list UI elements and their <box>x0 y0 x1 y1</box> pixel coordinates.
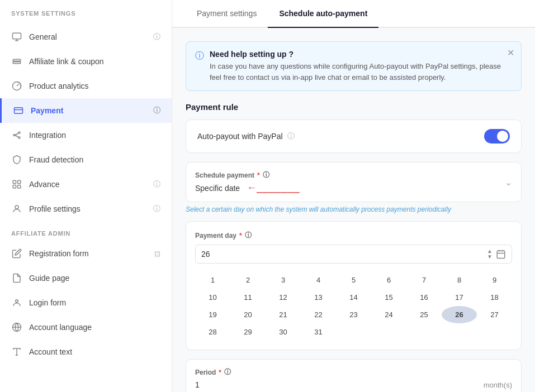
affiliate-admin-header: AFFILIATE ADMIN <box>0 221 172 241</box>
svg-rect-3 <box>13 59 21 61</box>
cal-day[interactable]: 13 <box>301 289 336 306</box>
cal-day[interactable]: 8 <box>442 271 477 289</box>
info-icon-period: ⓘ <box>224 367 231 377</box>
tab-schedule-auto-payment[interactable]: Schedule auto-payment <box>268 0 378 28</box>
auto-payout-toggle[interactable] <box>484 129 510 144</box>
schedule-payment-inner: Schedule payment * ⓘ Specific date ←⎯⎯⎯⎯… <box>186 162 521 202</box>
cal-day-selected[interactable]: 26 <box>442 306 477 323</box>
sidebar-item-payment[interactable]: Payment ⓘ <box>0 98 172 123</box>
banner-body: In case you have any questions while con… <box>210 61 512 83</box>
calendar-row-1: 1 2 3 4 5 6 7 8 9 <box>195 271 512 289</box>
svg-line-12 <box>15 135 18 137</box>
cal-day[interactable]: 15 <box>371 289 406 306</box>
period-row: 1 month(s) <box>195 380 512 389</box>
svg-point-17 <box>15 205 18 209</box>
svg-rect-23 <box>497 251 505 259</box>
sidebar-item-affiliate-link-coupon[interactable]: Affiliate link & coupon <box>0 49 172 74</box>
cal-day[interactable]: 21 <box>266 306 301 323</box>
sidebar-item-profile-settings[interactable]: Profile settings ⓘ <box>0 197 172 221</box>
info-icon-autopayout: ⓘ <box>287 131 295 141</box>
cal-day[interactable]: 4 <box>301 271 336 289</box>
cal-day[interactable]: 10 <box>195 289 230 306</box>
cal-day[interactable]: 12 <box>266 289 301 306</box>
sidebar-item-account-language[interactable]: Account language <box>0 315 172 340</box>
info-icon-payment-day: ⓘ <box>245 231 252 240</box>
language-icon <box>11 322 22 333</box>
info-icon-payment: ⓘ <box>153 106 160 116</box>
payment-day-label-text: Payment day <box>195 232 236 240</box>
sidebar-label-integration: Integration <box>29 131 160 140</box>
sidebar-label-analytics: Product analytics <box>29 82 160 90</box>
cal-day[interactable]: 18 <box>477 289 512 306</box>
cal-day[interactable]: 14 <box>336 289 371 306</box>
calendar-row-4: 28 29 30 31 <box>195 323 512 341</box>
cal-day-empty <box>336 323 371 341</box>
schedule-required: * <box>257 171 260 179</box>
svg-point-8 <box>13 135 15 136</box>
svg-point-9 <box>18 132 20 133</box>
cal-day[interactable]: 3 <box>266 271 301 289</box>
cal-day[interactable]: 23 <box>336 306 371 323</box>
cal-day[interactable]: 19 <box>195 306 230 323</box>
cal-day[interactable]: 16 <box>406 289 442 306</box>
cal-day[interactable]: 20 <box>230 306 266 323</box>
sidebar-label-guide: Guide page <box>29 274 160 283</box>
schedule-payment-value[interactable]: Specific date ←⎯⎯⎯⎯⎯⎯⎯ <box>195 182 512 194</box>
cal-day[interactable]: 24 <box>371 306 406 323</box>
cal-day[interactable]: 25 <box>406 306 442 323</box>
cal-day[interactable]: 9 <box>477 271 512 289</box>
payment-day-required: * <box>239 232 242 240</box>
cal-day[interactable]: 30 <box>266 323 301 341</box>
cal-day[interactable]: 31 <box>301 323 336 341</box>
question-circle-icon: ⓘ <box>195 50 204 62</box>
schedule-hint: Select a certain day on which the system… <box>186 205 522 213</box>
system-settings-header: SYSTEM SETTINGS <box>0 0 172 25</box>
cal-day[interactable]: 1 <box>195 271 230 289</box>
link-icon <box>11 56 22 67</box>
info-icon-general: ⓘ <box>153 32 160 42</box>
svg-point-10 <box>18 137 20 138</box>
stepper-down-button[interactable]: ▼ <box>487 254 493 260</box>
svg-rect-14 <box>18 180 21 183</box>
cal-day[interactable]: 11 <box>230 289 266 306</box>
profile-icon <box>11 203 22 214</box>
payment-day-card: Payment day * ⓘ ▲ ▼ 1 <box>186 221 522 350</box>
sidebar-item-integration[interactable]: Integration <box>0 123 172 147</box>
sidebar-item-account-text[interactable]: Account text <box>0 340 172 364</box>
shield-icon <box>11 154 22 165</box>
sidebar-item-login-form[interactable]: Login form <box>0 290 172 315</box>
text-icon <box>11 346 22 357</box>
auto-payout-text: Auto-payout with PayPal <box>197 132 283 141</box>
close-banner-button[interactable]: ✕ <box>507 47 514 58</box>
tab-payment-settings[interactable]: Payment settings <box>186 0 268 28</box>
calendar-row-3: 19 20 21 22 23 24 25 26 27 <box>195 306 512 323</box>
svg-line-11 <box>15 133 18 135</box>
red-arrow-indicator: ←⎯⎯⎯⎯⎯⎯⎯ <box>247 182 300 194</box>
cal-day[interactable]: 28 <box>195 323 230 341</box>
cal-day[interactable]: 22 <box>301 306 336 323</box>
cal-day[interactable]: 2 <box>230 271 266 289</box>
period-label-text: Period <box>195 369 216 376</box>
guide-icon <box>11 273 22 284</box>
svg-rect-4 <box>13 62 21 64</box>
sidebar-item-guide-page[interactable]: Guide page <box>0 266 172 290</box>
cal-day[interactable]: 5 <box>336 271 371 289</box>
info-icon-advance: ⓘ <box>153 179 160 189</box>
sidebar-label-general: General <box>29 32 153 41</box>
cal-day[interactable]: 7 <box>406 271 442 289</box>
day-input[interactable] <box>201 250 487 259</box>
cal-day[interactable]: 6 <box>371 271 406 289</box>
sidebar-item-registration-form[interactable]: Registration form ⊡ <box>0 241 172 266</box>
sidebar-label-advance: Advance <box>29 180 153 189</box>
payment-rule-title: Payment rule <box>186 102 522 112</box>
cal-day[interactable]: 29 <box>230 323 266 341</box>
cal-day[interactable]: 17 <box>442 289 477 306</box>
sidebar-item-fraud-detection[interactable]: Fraud detection <box>0 147 172 172</box>
sidebar-item-advance[interactable]: Advance ⓘ <box>0 172 172 197</box>
sidebar-label-payment: Payment <box>31 106 153 115</box>
svg-rect-16 <box>18 185 21 188</box>
sidebar-item-general[interactable]: General ⓘ <box>0 25 172 49</box>
cal-day[interactable]: 27 <box>477 306 512 323</box>
expand-icon-registration: ⊡ <box>154 250 160 258</box>
sidebar-item-product-analytics[interactable]: Product analytics <box>0 74 172 98</box>
